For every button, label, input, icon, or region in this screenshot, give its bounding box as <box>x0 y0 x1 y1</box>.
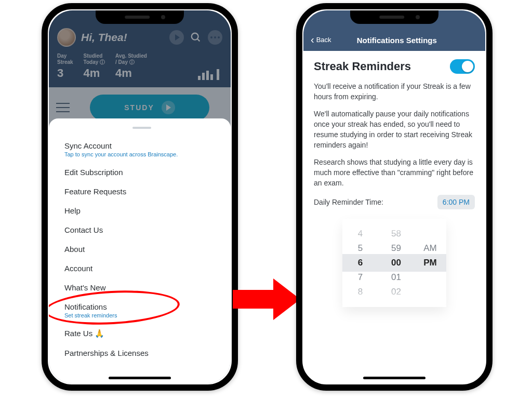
right-body: Streak Reminders You'll receive a notifi… <box>303 51 485 315</box>
reminder-label: Daily Reminder Time: <box>314 198 383 206</box>
para-2: We'll automatically pause your daily not… <box>314 109 475 151</box>
para-1: You'll receive a notification if your St… <box>314 81 475 102</box>
instruction-arrow <box>233 278 300 320</box>
chevron-left-icon: ‹ <box>311 34 314 45</box>
notch <box>96 10 184 24</box>
streak-heading: Streak Reminders <box>314 60 411 73</box>
menu-sync-account[interactable]: Sync Account Tap to sync your account ac… <box>64 136 219 163</box>
time-picker[interactable]: 4 5 6 7 8 58 59 00 01 02 AM <box>342 219 446 307</box>
picker-minutes[interactable]: 58 59 00 01 02 <box>378 219 414 307</box>
left-phone-frame: Hi, Thea! Day Streak 3 Studied Today ⓘ 4… <box>42 3 238 391</box>
page-title: Notifications Settings <box>331 36 462 45</box>
menu-help[interactable]: Help <box>64 201 219 220</box>
left-phone-screen: Hi, Thea! Day Streak 3 Studied Today ⓘ 4… <box>49 10 231 383</box>
notch <box>350 10 438 24</box>
picker-hours[interactable]: 4 5 6 7 8 <box>342 219 378 307</box>
right-phone-frame: ‹ Back Notifications Settings Streak Rem… <box>296 3 493 391</box>
back-button[interactable]: ‹ Back <box>311 34 331 45</box>
menu-about[interactable]: About <box>64 240 219 259</box>
home-indicator[interactable] <box>363 377 425 379</box>
menu-partnerships[interactable]: Partnerships & Licenses <box>64 343 219 363</box>
picker-ampm[interactable]: AM PM <box>414 219 446 307</box>
settings-sheet: Sync Account Tap to sync your account ac… <box>49 118 231 383</box>
menu-contact-us[interactable]: Contact Us <box>64 220 219 240</box>
menu-rate-us[interactable]: Rate Us 🙏 <box>64 324 219 343</box>
menu-whats-new[interactable]: What's New <box>64 278 219 297</box>
menu-edit-subscription[interactable]: Edit Subscription <box>64 163 219 182</box>
home-indicator[interactable] <box>109 377 171 379</box>
sheet-grab-handle[interactable] <box>132 127 151 129</box>
menu-feature-requests[interactable]: Feature Requests <box>64 182 219 201</box>
streak-toggle[interactable] <box>450 59 475 74</box>
menu-account[interactable]: Account <box>64 259 219 278</box>
reminder-time-value[interactable]: 6:00 PM <box>437 195 475 209</box>
right-phone-screen: ‹ Back Notifications Settings Streak Rem… <box>303 10 485 383</box>
para-3: Research shows that studying a little ev… <box>314 157 475 189</box>
menu-notifications[interactable]: Notifications Set streak reminders <box>64 297 219 324</box>
